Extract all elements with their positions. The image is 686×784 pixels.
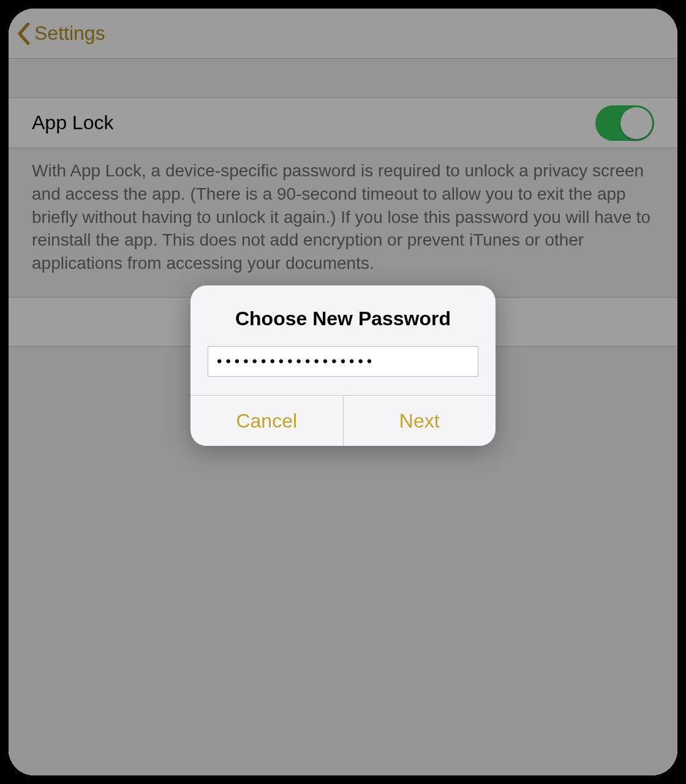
alert-title: Choose New Password <box>190 285 496 346</box>
cancel-button[interactable]: Cancel <box>190 396 343 446</box>
app-lock-description: With App Lock, a device-specific passwor… <box>9 148 677 298</box>
app-lock-row: App Lock <box>9 98 677 148</box>
password-input[interactable] <box>208 346 478 377</box>
app-lock-title: App Lock <box>32 111 113 134</box>
section-gap <box>9 59 677 98</box>
app-screen: Settings App Lock With App Lock, a devic… <box>9 9 677 775</box>
back-label: Settings <box>34 22 105 45</box>
back-button[interactable]: Settings <box>15 18 108 48</box>
nav-bar: Settings <box>9 9 677 59</box>
alert-buttons: Cancel Next <box>190 395 496 446</box>
alert-input-wrap <box>190 346 496 395</box>
chevron-left-icon <box>17 23 31 45</box>
app-lock-toggle[interactable] <box>595 105 654 141</box>
next-button[interactable]: Next <box>343 396 496 446</box>
password-alert: Choose New Password Cancel Next <box>190 285 496 446</box>
